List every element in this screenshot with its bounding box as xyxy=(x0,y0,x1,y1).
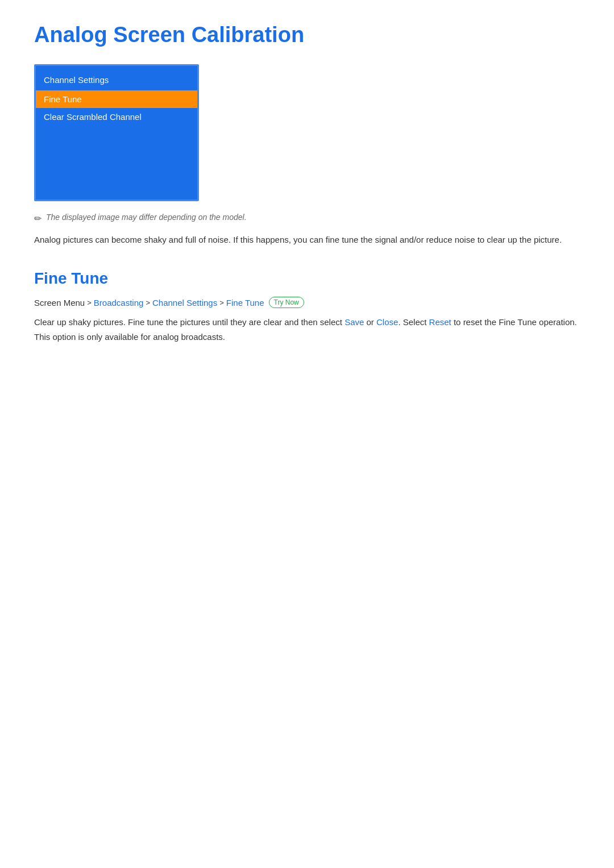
breadcrumb-screen-menu: Screen Menu xyxy=(34,298,85,308)
try-now-badge[interactable]: Try Now xyxy=(269,297,304,308)
section-desc-intro: Clear up shaky pictures. Fine tune the p… xyxy=(34,317,345,327)
breadcrumb-separator-3: > xyxy=(219,298,224,307)
breadcrumb-channel-settings-link[interactable]: Channel Settings xyxy=(152,298,217,308)
section-desc-or: or xyxy=(364,317,376,327)
fine-tune-section-title: Fine Tune xyxy=(34,269,580,288)
tv-menu-item-fine-tune[interactable]: Fine Tune xyxy=(36,90,197,108)
breadcrumb-separator-1: > xyxy=(87,298,92,307)
close-link[interactable]: Close xyxy=(376,317,398,327)
breadcrumb-fine-tune-link[interactable]: Fine Tune xyxy=(226,298,264,308)
section-description: Clear up shaky pictures. Fine tune the p… xyxy=(34,315,580,344)
tv-menu-header: Channel Settings xyxy=(36,72,197,90)
tv-menu-spacer xyxy=(36,126,197,194)
section-desc-mid: . Select xyxy=(398,317,429,327)
tv-menu: Channel Settings Fine Tune Clear Scrambl… xyxy=(34,64,199,201)
breadcrumb-separator-2: > xyxy=(146,298,150,307)
note-row: ✏ The displayed image may differ dependi… xyxy=(34,213,580,224)
breadcrumb-broadcasting-link[interactable]: Broadcasting xyxy=(94,298,144,308)
description-text: Analog pictures can become shaky and ful… xyxy=(34,233,580,247)
page-title: Analog Screen Calibration xyxy=(34,23,580,47)
note-text: The displayed image may differ depending… xyxy=(46,213,247,222)
reset-link[interactable]: Reset xyxy=(429,317,451,327)
tv-menu-item-clear-scrambled[interactable]: Clear Scrambled Channel xyxy=(36,108,197,126)
breadcrumb: Screen Menu > Broadcasting > Channel Set… xyxy=(34,297,580,308)
save-link[interactable]: Save xyxy=(345,317,364,327)
pencil-icon: ✏ xyxy=(34,213,42,224)
